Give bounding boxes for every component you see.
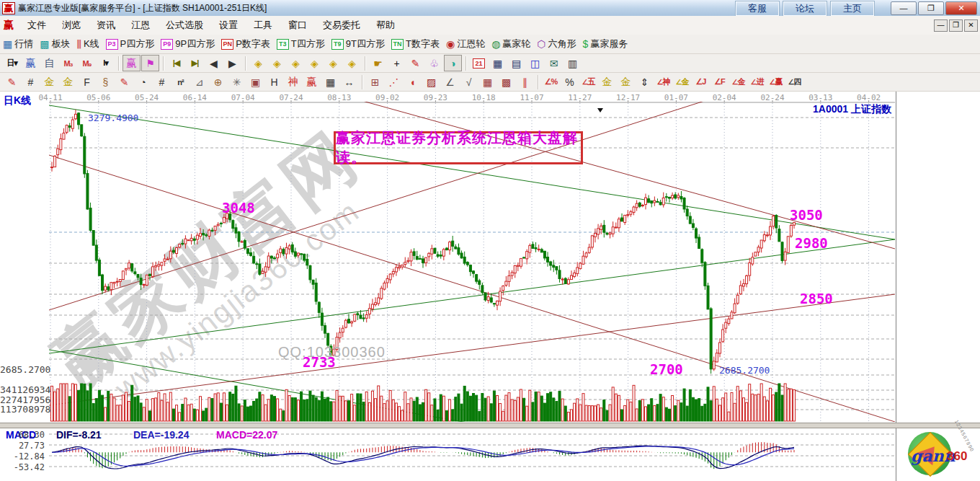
h-compress-icon[interactable]: ◈ xyxy=(306,55,324,71)
first-bar-icon[interactable]: |◀ xyxy=(167,55,185,71)
h-marker-icon[interactable]: Η xyxy=(265,74,283,90)
gann-model-icon[interactable]: ♧ xyxy=(425,55,443,71)
h-expand-icon[interactable]: ◈ xyxy=(287,55,305,71)
god-angle-icon[interactable]: ∠神 xyxy=(654,74,672,90)
menu-0[interactable]: 文件 xyxy=(19,17,54,33)
compass-tool-icon[interactable]: ⊕ xyxy=(209,74,227,90)
sectors-button[interactable]: ▩板块 xyxy=(40,37,70,50)
notes-icon[interactable]: ▤ xyxy=(507,55,525,71)
angle-tool-icon[interactable]: ∠ xyxy=(441,74,459,90)
measure-pen-icon[interactable]: ✎ xyxy=(406,55,424,71)
arc-tool-icon[interactable]: ◖ xyxy=(404,74,422,90)
gold-angle2-icon[interactable]: ∠金 xyxy=(729,74,747,90)
winner-service-button[interactable]: $赢家服务 xyxy=(583,37,628,50)
fibonacci-tool-icon[interactable]: F xyxy=(78,74,96,90)
hand-tool-icon[interactable]: ☛ xyxy=(369,55,387,71)
grid-tool-icon[interactable]: ▦ xyxy=(478,74,496,90)
menu-5[interactable]: 设置 xyxy=(211,17,246,33)
mdi-minimize-button[interactable]: — xyxy=(934,19,948,32)
chart9-icon[interactable]: M₉ xyxy=(78,55,96,71)
trend-flag-icon[interactable]: ⚑ xyxy=(141,55,159,71)
mirror-angle-icon[interactable]: ⊿ xyxy=(190,74,208,90)
p-table-button[interactable]: PNP数字表 xyxy=(221,37,270,50)
close-button[interactable]: ✕ xyxy=(945,1,977,15)
hexagon-button[interactable]: ⬡六角形 xyxy=(537,37,576,50)
v-expand-icon[interactable]: ◈ xyxy=(324,55,342,71)
gann-wheel-button[interactable]: ◉江恩轮 xyxy=(446,37,485,50)
restore-button[interactable]: ❐ xyxy=(918,1,944,15)
candle-style-dropdown[interactable]: I▾ xyxy=(97,55,115,71)
advance-angle-icon[interactable]: ∠进 xyxy=(748,74,766,90)
v-compress-icon[interactable]: ◈ xyxy=(343,55,361,71)
gold-section-icon[interactable]: 金 xyxy=(40,74,58,90)
calendar-icon[interactable]: 21 xyxy=(470,55,488,71)
j-angle-icon[interactable]: ∠J xyxy=(692,74,710,90)
last-bar-icon[interactable]: ▶| xyxy=(186,55,204,71)
chart3-icon[interactable]: M₃ xyxy=(59,55,77,71)
macd-pane[interactable]: MACD DIF=-8.21 DEA=-19.24 MACD=22.07 68.… xyxy=(0,428,980,481)
dense-grid-icon[interactable]: ▩ xyxy=(497,74,515,90)
four-angle-icon[interactable]: ∠四 xyxy=(785,74,803,90)
spiral-tool-icon[interactable]: § xyxy=(97,74,115,90)
menu-4[interactable]: 公式选股 xyxy=(158,17,211,33)
god-line-icon[interactable]: 神 xyxy=(284,74,302,90)
gold-section2-icon[interactable]: 金 xyxy=(59,74,77,90)
period-day-dropdown[interactable]: 日▾ xyxy=(3,55,21,71)
width-measure-icon[interactable]: ↔ xyxy=(340,74,358,90)
gold-angle-icon[interactable]: ∠金 xyxy=(673,74,691,90)
crosshair-tool-icon[interactable]: + xyxy=(388,55,406,71)
menu-1[interactable]: 浏览 xyxy=(54,17,89,33)
kline-button[interactable]: ⫼K线 xyxy=(76,37,99,50)
spiderweb-tool-icon[interactable]: ✳ xyxy=(228,74,246,90)
kline-chart-area[interactable]: 赢家财富网 www.yingjia360.com 日K线 1A0001 上证指数… xyxy=(0,92,980,423)
yingjia-line-icon[interactable]: 赢 xyxy=(303,74,321,90)
shade-box-icon[interactable]: ▨ xyxy=(422,74,440,90)
yingjia-angle-icon[interactable]: ∠赢 xyxy=(767,74,785,90)
9p-square-button[interactable]: P99P四方形 xyxy=(161,37,215,50)
zoom-right-icon[interactable]: ◈ xyxy=(268,55,286,71)
parallel-lines-icon[interactable]: ∥ xyxy=(516,74,534,90)
winner-wheel-button[interactable]: ◍赢家轮 xyxy=(491,37,530,50)
gold-line-icon[interactable]: 金 xyxy=(617,74,635,90)
window-switch-icon[interactable]: 赢 xyxy=(22,55,40,71)
quick-button-0[interactable]: 客服 xyxy=(736,1,779,16)
info-panel-icon[interactable]: 自 xyxy=(40,55,58,71)
next-bar-icon[interactable]: ▶ xyxy=(223,55,241,71)
menu-6[interactable]: 工具 xyxy=(246,17,280,33)
t-square-button[interactable]: T3T四方形 xyxy=(277,37,325,50)
time-cycle-icon[interactable]: ◔ xyxy=(134,74,152,90)
quick-button-2[interactable]: 主页 xyxy=(831,1,874,16)
save-icon[interactable]: ◫ xyxy=(526,55,544,71)
prev-bar-icon[interactable]: ◀ xyxy=(205,55,223,71)
mdi-close-button[interactable]: ✕ xyxy=(964,19,978,32)
gann-box-tool-icon[interactable]: 赢 xyxy=(122,55,141,71)
square-number-icon[interactable]: n² xyxy=(172,74,190,90)
fan-lines-icon[interactable]: ⋰ xyxy=(385,74,403,90)
menu-7[interactable]: 窗口 xyxy=(280,17,315,33)
p-square-button[interactable]: P3P四方形 xyxy=(106,37,155,50)
box-split-icon[interactable]: ⊞ xyxy=(366,74,384,90)
web-grid-icon[interactable]: ▣ xyxy=(246,74,264,90)
menu-9[interactable]: 帮助 xyxy=(368,17,403,33)
f-angle-icon[interactable]: ∠F xyxy=(710,74,729,90)
percent-tool-icon[interactable]: % xyxy=(561,74,579,90)
zoom-left-icon[interactable]: ◈ xyxy=(249,55,267,71)
candle-adjust-icon[interactable]: ⇕ xyxy=(636,74,654,90)
pencil-tool-icon[interactable]: ✎ xyxy=(3,74,21,90)
minimize-button[interactable]: — xyxy=(891,1,917,15)
percent-angle-icon[interactable]: ∠% xyxy=(542,74,560,90)
t-table-button[interactable]: TNT数字表 xyxy=(391,37,440,50)
printer-icon[interactable]: ▥ xyxy=(564,55,582,71)
menu-8[interactable]: 交易委托 xyxy=(315,17,368,33)
gold-circle-icon[interactable]: 金 xyxy=(598,74,616,90)
price-comb-icon[interactable]: # xyxy=(153,74,171,90)
annotation-box[interactable]: 赢家江恩证券分析系统江恩箱大盘解读。 xyxy=(334,131,583,164)
menu-3[interactable]: 江恩 xyxy=(123,17,158,33)
quotes-button[interactable]: ▦行情 xyxy=(3,37,33,50)
9t-square-button[interactable]: T99T四方形 xyxy=(331,37,385,50)
marker-pen-icon[interactable]: ✎ xyxy=(115,74,133,90)
comb-tool-icon[interactable]: # xyxy=(22,74,40,90)
analysis-brain-icon[interactable]: ◑ xyxy=(444,55,462,71)
menu-2[interactable]: 资讯 xyxy=(89,17,123,33)
calculator-icon[interactable]: ▦ xyxy=(489,55,507,71)
